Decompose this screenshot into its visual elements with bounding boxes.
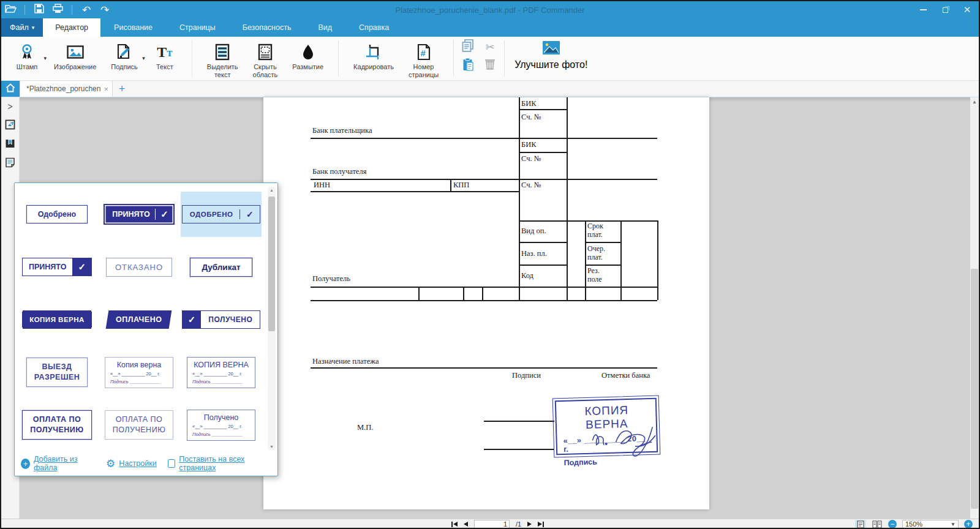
text-button[interactable]: Tт Текст [145, 40, 184, 73]
stamp-preview-odobreno: Одобрено [26, 205, 88, 223]
stamp-option-selected[interactable]: ОДОБРЕНО✓ [181, 192, 262, 237]
close-button[interactable]: ✕ [959, 3, 975, 17]
stamp-option[interactable]: ПРИНЯТО✓ [17, 244, 97, 290]
add-from-file-link[interactable]: + Добавить из файла [21, 455, 95, 472]
minimize-button[interactable] [915, 3, 931, 17]
menu-tab-pages[interactable]: Страницы [166, 18, 229, 37]
stamp-option[interactable]: КОПИЯ ВЕРНА [17, 297, 97, 342]
stamp-option[interactable]: КОПИЯ ВЕРНА«__» _________ 20__ г.Подпись… [181, 350, 262, 395]
apply-all-pages-option[interactable]: Поставить на всех страницах [168, 455, 271, 472]
notes-panel-button[interactable] [5, 157, 15, 168]
form-line [585, 264, 621, 266]
form-label-payer-bank: Банк плательщика [312, 126, 372, 135]
menu-tab-drawing[interactable]: Рисование [100, 18, 166, 37]
cut-button[interactable]: ✂ [482, 39, 498, 55]
stamp-option[interactable]: Копия верна«__» _________ 20__ г.Подпись… [99, 350, 179, 395]
crop-button[interactable]: Кадрировать [346, 40, 401, 73]
placed-copy-verna-stamp[interactable]: КОПИЯ ВЕРНА «__» _________ 20__ г. Подпи… [552, 396, 661, 458]
save-button[interactable] [30, 2, 48, 17]
form-label-payee-bank: Банк получателя [312, 167, 366, 176]
document-page[interactable]: БИК Сч. № Банк плательщика БИК Сч. № Бан… [263, 97, 709, 509]
page-number-button[interactable]: # Номерстраницы [401, 40, 446, 81]
menu-tab-view[interactable]: Вид [304, 18, 345, 37]
stamp-option[interactable]: ✓ПОЛУЧЕНО [181, 297, 262, 342]
panel-scrollbar[interactable]: ▲ ▼ [268, 187, 276, 450]
menu-tab-help[interactable]: Справка [345, 18, 402, 37]
form-label-account: Сч. № [521, 181, 541, 190]
form-label-res-field: Рез.поле [587, 266, 602, 284]
restore-button[interactable] [937, 3, 953, 17]
home-button[interactable] [1, 81, 20, 97]
menu-file[interactable]: Файл▾ [1, 18, 43, 37]
svg-text:#: # [420, 48, 426, 58]
form-line [482, 287, 483, 300]
stamp-option[interactable]: Получено«__» _________ 20__ г.Подпись __… [181, 402, 262, 448]
zoom-out-button[interactable]: − [888, 520, 897, 528]
blur-button[interactable]: Размытие [285, 40, 331, 73]
stamp-option[interactable]: ПРИНЯТО✓ [99, 192, 179, 237]
tab-close-icon[interactable]: × [104, 84, 108, 94]
open-file-button[interactable] [1, 2, 20, 17]
stamp-option[interactable]: ОТКАЗАНО [99, 244, 179, 290]
form-label-bik: БИК [521, 99, 537, 108]
panel-scrollbar-thumb[interactable] [268, 197, 275, 331]
delete-button[interactable] [482, 58, 498, 73]
document-tab[interactable]: *Platezhnoe_poruchenie_... × [20, 81, 113, 97]
stamp-button[interactable]: ▾ Штамп [7, 40, 47, 73]
clipboard-group: ✂ [460, 39, 498, 80]
add-icon: + [21, 459, 30, 469]
stamp-option[interactable]: Одобрено [17, 192, 97, 237]
menu-bar: Файл▾ Редактор Рисование Страницы Безопа… [1, 18, 979, 37]
form-line [519, 152, 567, 153]
page-number-input[interactable] [474, 520, 510, 528]
scroll-up-icon[interactable]: ▲ [970, 99, 979, 105]
open-folder-icon [5, 4, 17, 16]
stamp-option[interactable]: ОПЛАЧЕНО [99, 297, 179, 342]
new-tab-button[interactable]: + [113, 81, 131, 97]
form-line [311, 287, 657, 288]
print-button[interactable] [48, 2, 67, 17]
form-line [311, 367, 657, 369]
stamp-option[interactable]: ОПЛАТА ПОПОЛУЧЕНИЮ [17, 402, 97, 448]
last-page-button[interactable] [538, 522, 544, 527]
document-scrollbar[interactable]: ▲ [970, 97, 979, 519]
menu-tab-editor[interactable]: Редактор [43, 18, 100, 37]
menu-tab-security[interactable]: Безопасность [229, 18, 305, 37]
thumbnails-panel-button[interactable] [5, 119, 15, 130]
undo-button[interactable]: ↶ [77, 2, 96, 17]
next-page-button[interactable] [527, 522, 532, 527]
single-page-view-button[interactable] [855, 520, 866, 529]
settings-label[interactable]: Настройки [119, 459, 156, 468]
facing-pages-view-button[interactable] [872, 520, 883, 529]
form-line [519, 97, 520, 300]
image-button[interactable]: Изображение [47, 40, 104, 73]
redo-button[interactable]: ↷ [96, 2, 114, 17]
highlight-text-button[interactable]: Выделитьтекст [200, 40, 246, 81]
form-line [311, 300, 657, 301]
paste-button[interactable] [460, 58, 476, 73]
all-pages-checkbox[interactable] [168, 459, 176, 468]
settings-link[interactable]: ⚙ Настройки [106, 459, 157, 469]
zoom-in-button[interactable]: + [964, 520, 973, 528]
title-bar: ↶ ↷ Platezhnoe_poruchenie_blank.pdf - PD… [1, 1, 979, 18]
stamp-option[interactable]: ОПЛАТА ПОПОЛУЧЕНИЮ [99, 402, 179, 448]
prev-page-button[interactable] [464, 522, 468, 527]
hide-area-button[interactable]: Скрытьобласть [246, 40, 285, 81]
scroll-down-icon[interactable]: ▼ [268, 445, 276, 449]
all-pages-label[interactable]: Поставить на всех страницах [179, 455, 271, 472]
toolbar-separator [192, 40, 192, 77]
add-from-file-label[interactable]: Добавить из файла [34, 455, 95, 472]
text-icon: Tт [157, 43, 172, 61]
copy-button[interactable] [460, 39, 476, 55]
first-page-button[interactable] [451, 522, 458, 527]
enhance-photo-button[interactable]: Улучшите фото! [506, 37, 596, 80]
zoom-level-select[interactable]: 150% ▼ [902, 520, 959, 529]
document-scrollbar-thumb[interactable] [971, 269, 978, 509]
sidebar-expand-button[interactable]: > [7, 102, 12, 111]
scroll-up-icon[interactable]: ▲ [268, 188, 276, 192]
form-line [519, 242, 567, 243]
signature-button[interactable]: ▾ Подпись [104, 40, 145, 73]
bookmarks-panel-button[interactable] [5, 138, 15, 149]
stamp-option[interactable]: ВЫЕЗДРАЗРЕШЕН [17, 350, 97, 395]
stamp-option[interactable]: Дубликат [181, 244, 262, 290]
